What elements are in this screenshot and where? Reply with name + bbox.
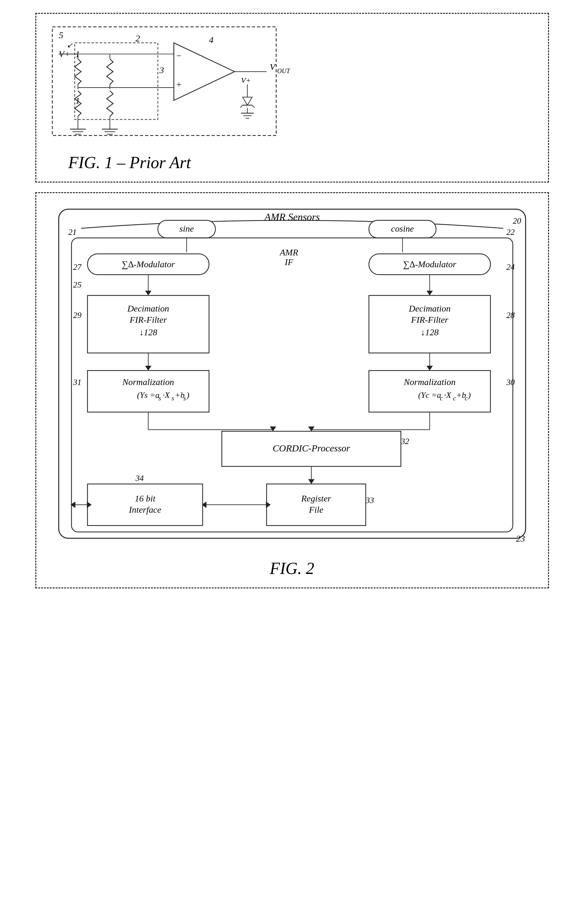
svg-text:(Ys =a: (Ys =a [137,391,159,400]
svg-marker-116 [308,479,314,484]
svg-text:Decimation: Decimation [409,304,450,314]
fig1-container: 5 ↙ 2 V+ 1 1 [35,13,549,183]
svg-text:21: 21 [68,228,76,237]
svg-text:−: − [176,51,181,61]
svg-text:Normalization: Normalization [403,377,455,387]
fig1-circuit: 5 ↙ 2 V+ 1 1 [49,23,535,145]
fig2-caption: FIG. 2 [49,559,535,578]
svg-text:cosine: cosine [391,224,414,234]
svg-text:2: 2 [135,33,140,43]
fig2-container: 23 20 sine AMR Sensors cosine 21 22 AMR … [35,192,549,588]
svg-text:c: c [453,394,456,402]
svg-text:s: s [183,394,186,402]
svg-text:c: c [465,394,467,402]
fig1-caption: FIG. 1 – Prior Art [68,153,535,172]
svg-text:16 bit: 16 bit [134,493,156,503]
svg-text:OUT: OUT [277,68,291,74]
svg-text:Interface: Interface [128,505,161,515]
svg-text:4: 4 [209,35,213,45]
svg-text:32: 32 [400,437,409,446]
svg-text:↙: ↙ [66,41,73,49]
svg-text:27: 27 [73,262,81,272]
svg-marker-83 [145,366,151,371]
svg-text:34: 34 [135,474,144,483]
svg-text:Normalization: Normalization [122,377,174,387]
svg-marker-85 [426,366,433,371]
svg-text:30: 30 [506,378,515,387]
svg-text:25: 25 [73,280,81,289]
svg-text:·X: ·X [444,391,452,400]
svg-text:File: File [309,505,323,515]
svg-marker-71 [426,291,433,295]
svg-text:FIR-Filter: FIR-Filter [410,315,448,325]
svg-text:↓128: ↓128 [139,327,157,337]
svg-text:V+: V+ [241,76,251,84]
svg-line-39 [240,105,242,108]
svg-marker-111 [308,426,314,431]
svg-text:Register: Register [301,493,331,503]
svg-marker-29 [174,43,234,101]
svg-text:): ) [186,391,189,400]
svg-text:22: 22 [506,228,515,237]
svg-text:3: 3 [159,65,164,75]
svg-text:↓128: ↓128 [420,327,438,337]
svg-text:): ) [467,391,471,400]
svg-line-40 [252,105,254,108]
svg-text:31: 31 [73,378,81,387]
svg-text:+: + [176,79,181,89]
svg-text:CORDIC-Processor: CORDIC-Processor [273,443,350,453]
svg-text:AMR Sensors: AMR Sensors [263,211,320,223]
svg-text:Decimation: Decimation [127,304,169,314]
svg-marker-108 [270,426,276,431]
fig2-block-diagram: 23 20 sine AMR Sensors cosine 21 22 AMR … [49,203,535,548]
svg-text:V: V [270,62,276,72]
svg-text:s: s [158,394,161,402]
svg-marker-69 [145,291,151,295]
svg-text:AMR: AMR [279,248,298,257]
svg-text:5: 5 [58,30,63,40]
svg-text:IF: IF [284,257,293,267]
svg-text:c: c [440,394,443,402]
svg-text:sine: sine [179,224,194,234]
svg-text:24: 24 [506,262,515,272]
svg-text:+b: +b [175,391,184,400]
svg-text:·X: ·X [162,391,170,400]
svg-text:(Yc =a: (Yc =a [418,391,441,400]
svg-text:23: 23 [516,533,525,543]
svg-marker-37 [242,97,252,105]
svg-text:29: 29 [73,310,81,320]
svg-text:33: 33 [366,496,374,505]
svg-text:∑∆-Modulator: ∑∆-Modulator [122,259,175,269]
svg-text:FIR-Filter: FIR-Filter [129,315,167,325]
svg-text:20: 20 [513,216,521,226]
svg-text:s: s [172,394,174,402]
svg-text:+b: +b [456,391,465,400]
svg-text:28: 28 [506,310,515,320]
svg-text:∑∆-Modulator: ∑∆-Modulator [403,259,456,269]
